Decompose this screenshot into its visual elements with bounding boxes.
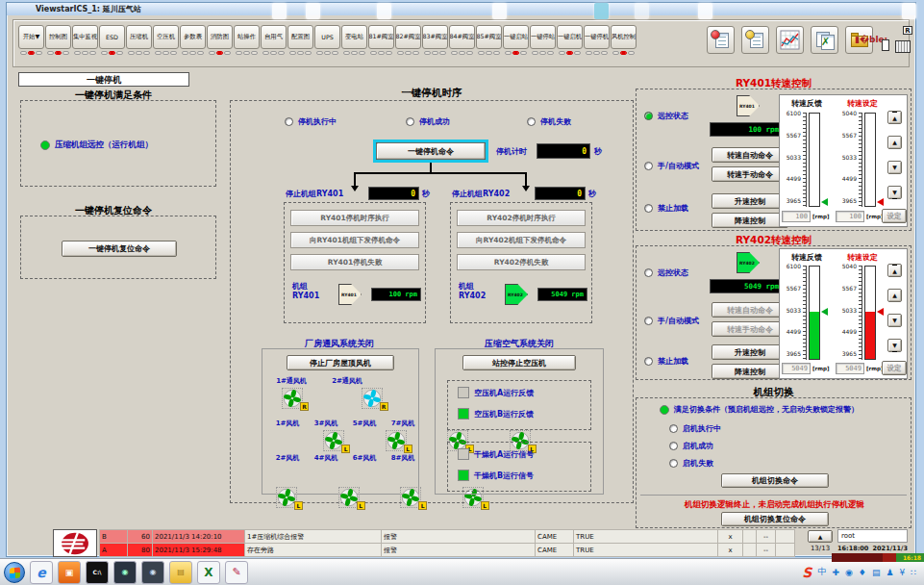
spin-top-button[interactable]: ▲: [887, 264, 902, 277]
app-icon-1[interactable]: ◉: [113, 561, 137, 584]
window-titlebar[interactable]: ViewstarICS_1: 延川压气站: [7, 3, 915, 15]
tab-ups[interactable]: UPS: [314, 25, 340, 55]
ime-lang-icon[interactable]: 中: [817, 566, 826, 578]
set-button[interactable]: 设定: [882, 209, 907, 223]
logout-icon[interactable]: R: [880, 26, 912, 55]
tray-icon[interactable]: ∷: [911, 568, 916, 577]
alarm-row[interactable]: B 60 2021/11/3 14:20:10 1#压缩机综合报警 报警 CAM…: [99, 529, 795, 544]
tab-onekey-stop-station[interactable]: 一键停站: [530, 25, 556, 55]
ry401-remote-status[interactable]: 远控状态: [644, 111, 688, 121]
archive-folder-icon[interactable]: ▮�ble;: [845, 26, 873, 54]
tab-valve-81[interactable]: 81#阀室: [368, 25, 394, 55]
feedback-value-input[interactable]: [782, 363, 811, 374]
radio-shutdown-fail[interactable]: 停机失败: [527, 116, 571, 127]
radio-shutdown-executing[interactable]: 停机执行中: [285, 116, 337, 127]
ry401-speed-up-button[interactable]: 升速控制: [712, 193, 788, 209]
fan-6-icon[interactable]: L: [400, 487, 421, 508]
set-value-input[interactable]: [836, 211, 864, 222]
spin-down-button[interactable]: ▼: [887, 314, 902, 327]
unit-switch-command-button[interactable]: 机组切换命令: [721, 473, 829, 488]
folder-icon[interactable]: ▤: [169, 561, 192, 584]
set-button[interactable]: 设定: [882, 361, 907, 375]
vmware-icon[interactable]: ▣: [58, 561, 81, 584]
tray-icon[interactable]: ▤: [872, 568, 881, 577]
spin-top-button[interactable]: ▲: [887, 111, 902, 124]
fan-3-icon[interactable]: L: [386, 430, 407, 451]
radio-start-fail[interactable]: 启机失败: [669, 458, 713, 469]
alarm-list-icon[interactable]: [707, 26, 735, 54]
tab-fire-map[interactable]: 消防图: [207, 25, 233, 55]
report-export-icon[interactable]: ✗: [811, 26, 838, 54]
fan-1-icon[interactable]: L: [323, 430, 344, 451]
tray-icon[interactable]: ♟: [886, 568, 893, 577]
set-value-input[interactable]: [836, 363, 864, 374]
tab-valve-82[interactable]: 82#阀室: [395, 25, 421, 55]
tab-onekey-start-unit[interactable]: 一键启机: [557, 25, 583, 55]
spin-bottom-button[interactable]: ▼: [887, 186, 902, 199]
ry401-forbid-load-radio[interactable]: 禁止加载: [644, 203, 688, 214]
tray-icon[interactable]: ✚: [832, 568, 839, 577]
ry401-speed-down-button[interactable]: 降速控制: [712, 213, 788, 228]
onekey-shutdown-command-button[interactable]: 一键停机命令: [376, 142, 486, 160]
alarm-scroll-up-button[interactable]: ▲: [808, 530, 833, 543]
cmd-icon[interactable]: C:\: [86, 561, 109, 584]
ry402-mode-radio[interactable]: 手/自动模式: [644, 316, 699, 326]
ry402-auto-command-button[interactable]: 转速自动命令: [712, 302, 788, 318]
feedback-value-input[interactable]: [782, 211, 811, 222]
tab-parameters[interactable]: 参数表: [180, 25, 206, 55]
radio-shutdown-success[interactable]: 停机成功: [406, 116, 450, 127]
tab-onekey-start-station[interactable]: 一键启站: [503, 25, 529, 55]
tab-compressor[interactable]: 压缩机: [126, 25, 152, 55]
tab-substation[interactable]: 变电站: [341, 25, 367, 55]
sogou-icon[interactable]: S: [802, 565, 812, 580]
compressor-icon[interactable]: RY402: [505, 284, 528, 305]
ry402-speed-up-button[interactable]: 升速控制: [712, 344, 788, 360]
stop-air-compressor-button[interactable]: 站控停止空压机: [462, 355, 576, 370]
spin-up-button[interactable]: ▲: [887, 289, 902, 302]
unit-switch-reset-button[interactable]: 机组切换复位命令: [721, 512, 829, 526]
tray-icon[interactable]: ◉: [845, 568, 853, 577]
tray-icon[interactable]: ♦: [859, 568, 866, 577]
ry402-speed-down-button[interactable]: 降速控制: [712, 364, 788, 379]
event-list-icon[interactable]: [741, 26, 769, 54]
paint-icon[interactable]: ✎: [225, 561, 248, 584]
tab-valve-83[interactable]: 83#阀室: [422, 25, 448, 55]
ry401-manual-command-button[interactable]: 转速手动命令: [712, 166, 788, 182]
tray-icon[interactable]: ¥: [900, 568, 906, 577]
excel-icon[interactable]: X: [197, 561, 220, 584]
ie-icon[interactable]: e: [30, 561, 53, 584]
tab-central-monitor[interactable]: 集中监视: [72, 25, 98, 55]
tab-station-ops[interactable]: 站操作: [234, 25, 260, 55]
tab-esd[interactable]: ESD: [99, 25, 125, 55]
shutdown-reset-button[interactable]: 一键停机复位命令: [62, 241, 177, 257]
spin-up-button[interactable]: ▲: [887, 136, 902, 149]
ry402-remote-status[interactable]: 远控状态: [644, 267, 688, 278]
roof-fan-2-icon[interactable]: R: [362, 388, 383, 409]
roof-fan-1-icon[interactable]: R: [282, 388, 303, 409]
tab-config-map[interactable]: 配置图: [287, 25, 313, 55]
app-icon-2[interactable]: ◉: [141, 561, 164, 584]
start-button[interactable]: [4, 562, 25, 583]
radio-start-success[interactable]: 启机成功: [669, 441, 713, 451]
tab-valve-85[interactable]: 85#阀室: [476, 25, 502, 55]
fan-4-icon[interactable]: L: [338, 487, 360, 508]
alarm-row[interactable]: A 80 2021/11/3 15:29:48 存在旁路 报警 CAME TRU…: [99, 543, 795, 557]
fan-2-icon[interactable]: L: [276, 487, 297, 508]
ry402-forbid-load-radio[interactable]: 禁止加载: [644, 356, 688, 367]
stop-roof-fans-button[interactable]: 停止厂房屋顶风机: [287, 355, 394, 370]
compressor-icon[interactable]: RY401: [338, 284, 362, 305]
trend-chart-icon[interactable]: [776, 26, 804, 54]
ry402-manual-command-button[interactable]: 转速手动命令: [712, 321, 788, 337]
spin-bottom-button[interactable]: ▼: [887, 339, 902, 352]
spin-down-button[interactable]: ▼: [887, 161, 902, 174]
tab-air-compressor[interactable]: 空压机: [153, 25, 179, 55]
ry401-mode-radio[interactable]: 手/自动模式: [644, 161, 699, 171]
radio-start-executing[interactable]: 启机执行中: [669, 423, 721, 434]
tab-fan-control[interactable]: 风机控制: [611, 25, 637, 55]
tab-start[interactable]: 开始▼: [18, 25, 44, 55]
tab-onekey-stop-unit[interactable]: 一键停机: [584, 25, 610, 55]
ry401-auto-command-button[interactable]: 转速自动命令: [712, 147, 788, 163]
tab-valve-84[interactable]: 84#阀室: [449, 25, 475, 55]
tab-self-gas[interactable]: 自用气: [261, 25, 287, 55]
tab-control-map[interactable]: 控制图: [45, 25, 71, 55]
